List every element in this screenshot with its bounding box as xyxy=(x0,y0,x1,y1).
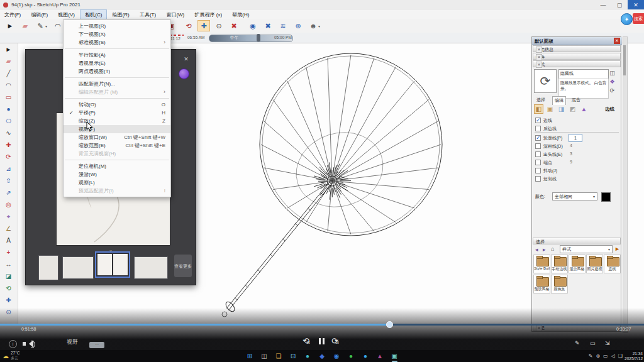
tool-line[interactable]: ╱ xyxy=(2,68,15,79)
edge-browser-icon[interactable]: ● xyxy=(303,351,313,361)
tool-offset[interactable]: ◎ xyxy=(2,199,15,210)
store-icon[interactable]: ⊡ xyxy=(289,351,298,361)
menu-item-look-around[interactable]: 观察(L) xyxy=(64,178,170,187)
tool-orbit[interactable]: ⟲ xyxy=(2,283,15,293)
tool-eraser[interactable]: ▰ xyxy=(2,56,15,67)
menu-extensions[interactable]: 扩展程序 (x) xyxy=(191,10,227,19)
menu-edit[interactable]: 编辑(E) xyxy=(26,10,52,19)
section-components[interactable]: 组件✕ xyxy=(533,53,621,60)
search-badge[interactable]: 搜索 xyxy=(633,13,644,24)
style-collection-item[interactable]: 手绘边线 xyxy=(551,255,568,273)
update-style-icon[interactable]: ⟳ xyxy=(608,87,616,94)
tool-rectangle[interactable]: ▭ xyxy=(2,92,15,102)
info-circle-icon[interactable]: i xyxy=(9,340,17,348)
menu-view[interactable]: 视图(V) xyxy=(53,10,79,19)
tool-move[interactable]: ✚ xyxy=(2,140,15,150)
edges-checkbox[interactable] xyxy=(535,118,541,123)
orbit-tool-icon[interactable]: ⟲ xyxy=(182,20,195,31)
menu-item-two-point-perspective[interactable]: 两点透视图(T) xyxy=(64,67,170,75)
menu-item-parallel-projection[interactable]: 平行投影(A) xyxy=(64,51,170,59)
arc-tool-icon[interactable]: ◠ xyxy=(52,20,64,31)
home-icon[interactable]: ⌂ xyxy=(551,246,554,252)
tray-display-icon[interactable]: ▭ xyxy=(603,353,608,359)
dashes-checkbox[interactable] xyxy=(535,176,541,182)
rewind-10-button[interactable]: ⟲10 xyxy=(303,336,314,348)
style-collection-item[interactable]: 预设风格 xyxy=(533,275,550,293)
a-app-icon[interactable]: ▲ xyxy=(375,351,385,361)
menu-tools[interactable]: 工具(T) xyxy=(135,10,160,19)
tool-text[interactable]: A xyxy=(2,235,15,246)
face-settings-icon[interactable]: ▣ xyxy=(545,104,555,114)
overlay-app-icon[interactable]: ✦ xyxy=(621,13,633,25)
taskbar-clock[interactable]: 21:34 2025/7/12 xyxy=(625,351,643,361)
panel-close-icon[interactable]: ✕ xyxy=(614,38,620,44)
back-edges-checkbox[interactable] xyxy=(535,126,541,131)
tool-scale[interactable]: ⊿ xyxy=(2,163,15,174)
menu-item-zoom-extents[interactable]: 缩放范围(E)Ctrl 键+Shift 键+E xyxy=(64,141,170,150)
blue-app-icon[interactable]: ◆ xyxy=(318,351,327,361)
tray-volume-icon[interactable]: ◁ xyxy=(611,353,615,359)
pencil-caret-icon[interactable]: ▾ xyxy=(45,24,47,28)
menu-window[interactable]: 窗口(W) xyxy=(162,10,189,19)
section-styles[interactable]: 样式✕ xyxy=(533,60,621,67)
tool-pan[interactable]: ✚ xyxy=(2,295,15,305)
menu-draw[interactable]: 绘图(R) xyxy=(108,10,134,19)
menu-file[interactable]: 文件(F) xyxy=(0,10,25,19)
browser-app-icon[interactable]: ◉ xyxy=(332,351,341,361)
close-icon[interactable]: ✕ xyxy=(182,55,191,63)
app-badge-icon[interactable] xyxy=(179,69,189,79)
thumbnail-1[interactable] xyxy=(38,255,58,280)
create-style-icon[interactable]: ❖ xyxy=(608,78,616,85)
style-collection-item[interactable]: 照片建模 xyxy=(586,255,603,273)
menu-item-position-camera[interactable]: 定位相机(M) xyxy=(64,162,170,170)
style-collection-item[interactable]: 颜色集 xyxy=(551,275,568,293)
edge-color-swatch[interactable] xyxy=(601,192,611,202)
user-caret-icon[interactable]: ▾ xyxy=(318,24,320,28)
thumbnail-4[interactable] xyxy=(134,256,168,279)
menu-item-next-view[interactable]: 下一视图(X) xyxy=(64,30,170,38)
modeling-settings-icon[interactable]: ▲ xyxy=(579,104,589,114)
tool-circle[interactable]: ● xyxy=(2,104,15,114)
minimize-button[interactable]: — xyxy=(595,0,611,9)
section-entity-info[interactable]: 图元信息✕ xyxy=(533,45,621,52)
tool-freehand[interactable]: ∿ xyxy=(2,128,15,138)
menu-item-orbit[interactable]: 转动(O)O xyxy=(64,101,170,109)
tool-tape-measure[interactable]: ⌖ xyxy=(2,211,15,222)
zoom-extents-icon[interactable]: ✖ xyxy=(228,20,240,31)
depth-cue-checkbox[interactable] xyxy=(535,143,541,149)
profiles-checkbox[interactable] xyxy=(535,135,541,141)
tray-input-method-icon[interactable]: ⊕ xyxy=(596,353,600,359)
style-collection-item[interactable]: Style Buil xyxy=(533,255,550,273)
styles-select-bar[interactable]: 选择 xyxy=(533,238,621,244)
menu-item-zoom-window[interactable]: 缩放窗口(W)Ctrl 键+Shift 键+W xyxy=(64,133,170,141)
menu-item-pan[interactable]: 平移(P)H xyxy=(64,109,170,117)
pencil-tool-icon[interactable]: ✎ xyxy=(34,20,47,31)
walk-tool-icon[interactable]: ✖ xyxy=(262,20,274,31)
note-pen-icon[interactable]: ✎ xyxy=(575,340,580,346)
qq-icon[interactable]: ● xyxy=(361,351,370,361)
tool-protractor[interactable]: ∠ xyxy=(2,223,15,234)
tool-select[interactable]: ► xyxy=(2,44,15,55)
menu-item-match-new-photo[interactable]: 匹配新照片(N)... xyxy=(64,80,170,88)
style-preview-thumbnail[interactable]: ⟳ xyxy=(534,69,557,93)
fullscreen-icon[interactable]: ⇲ xyxy=(605,340,610,346)
menu-help[interactable]: 帮助(H) xyxy=(228,10,253,19)
file-explorer-icon[interactable]: ❏ xyxy=(274,351,284,361)
zoom-tool-icon[interactable]: ⊙ xyxy=(213,20,225,31)
thumbnail-2[interactable] xyxy=(62,256,94,279)
view-more-button[interactable]: 查看更多 xyxy=(174,255,192,277)
eraser-tool-icon[interactable]: ▰ xyxy=(19,20,31,31)
forward-30-button[interactable]: ⟳30 xyxy=(331,336,343,348)
weather-widget[interactable]: ☁ 27°C 多云 xyxy=(3,351,20,361)
style-collection-item[interactable]: 直线 xyxy=(604,255,621,273)
tool-polygon[interactable]: ⎔ xyxy=(2,116,15,126)
look-around-icon[interactable]: ≋ xyxy=(277,20,289,31)
miniplayer-icon[interactable]: ▭ xyxy=(590,340,596,346)
watermark-settings-icon[interactable]: ◩ xyxy=(568,104,577,114)
menu-item-zoom[interactable]: 缩放(Z)Z xyxy=(64,117,170,125)
display-secondary-pane-icon[interactable]: ◫ xyxy=(608,69,616,77)
style-description[interactable]: 隐藏线显示模式。 白色背景。 xyxy=(558,79,609,99)
style-collection-item[interactable]: 混合风格 xyxy=(569,255,586,273)
tool-axes[interactable]: + xyxy=(2,247,15,258)
color-mode-dropdown[interactable]: 全部相同▾ xyxy=(552,192,597,200)
